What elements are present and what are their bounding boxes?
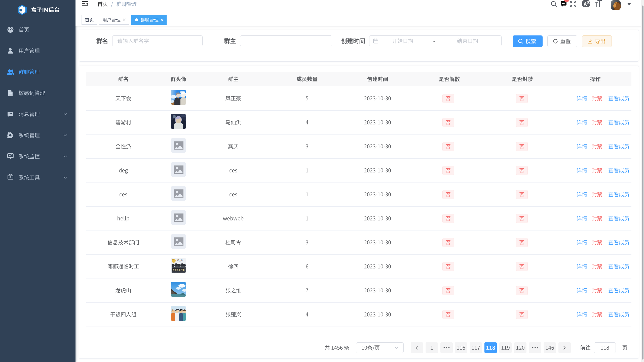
svg-text:1: 1 [566,0,568,1]
svg-text:(0_0): (0_0) [177,259,182,261]
